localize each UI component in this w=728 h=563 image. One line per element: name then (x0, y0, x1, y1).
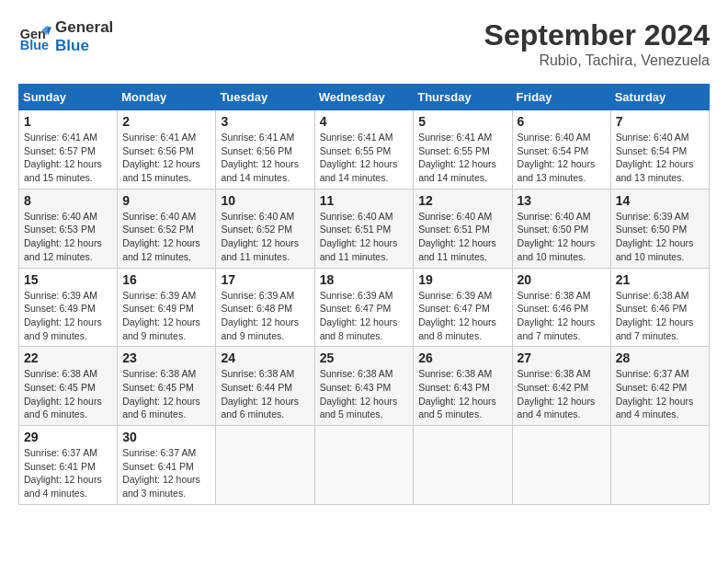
day-number: 16 (122, 272, 210, 287)
calendar-cell: 2Sunrise: 6:41 AMSunset: 6:56 PMDaylight… (118, 110, 216, 190)
calendar-cell: 3Sunrise: 6:41 AMSunset: 6:56 PMDaylight… (216, 110, 314, 190)
day-info: Sunrise: 6:40 AMSunset: 6:50 PMDaylight:… (518, 210, 606, 264)
calendar-body: 1Sunrise: 6:41 AMSunset: 6:57 PMDaylight… (19, 110, 710, 505)
day-number: 11 (320, 193, 409, 208)
day-info: Sunrise: 6:39 AMSunset: 6:47 PMDaylight:… (418, 289, 506, 343)
day-number: 6 (518, 114, 606, 129)
day-info: Sunrise: 6:41 AMSunset: 6:57 PMDaylight:… (24, 131, 112, 185)
svg-text:Blue: Blue (20, 38, 49, 52)
day-number: 27 (518, 350, 606, 365)
day-number: 20 (518, 272, 606, 287)
day-info: Sunrise: 6:37 AMSunset: 6:41 PMDaylight:… (122, 446, 210, 500)
calendar-cell: 11Sunrise: 6:40 AMSunset: 6:51 PMDayligh… (314, 189, 414, 268)
calendar-cell: 14Sunrise: 6:39 AMSunset: 6:50 PMDayligh… (610, 189, 709, 268)
calendar-cell (314, 426, 414, 505)
logo-text-line2: Blue (55, 37, 113, 55)
calendar-header-cell: Friday (512, 85, 610, 110)
calendar-week-row: 29Sunrise: 6:37 AMSunset: 6:41 PMDayligh… (19, 426, 710, 505)
calendar-table: SundayMondayTuesdayWednesdayThursdayFrid… (18, 84, 710, 505)
calendar-cell: 19Sunrise: 6:39 AMSunset: 6:47 PMDayligh… (414, 268, 512, 347)
day-number: 15 (24, 272, 112, 287)
calendar-cell: 21Sunrise: 6:38 AMSunset: 6:46 PMDayligh… (610, 268, 709, 347)
day-info: Sunrise: 6:40 AMSunset: 6:53 PMDaylight:… (24, 210, 112, 264)
calendar-week-row: 15Sunrise: 6:39 AMSunset: 6:49 PMDayligh… (19, 268, 710, 347)
day-info: Sunrise: 6:38 AMSunset: 6:43 PMDaylight:… (320, 367, 409, 421)
day-number: 14 (616, 193, 704, 208)
calendar-header-cell: Tuesday (216, 85, 314, 110)
calendar-cell: 4Sunrise: 6:41 AMSunset: 6:55 PMDaylight… (314, 110, 414, 190)
day-info: Sunrise: 6:39 AMSunset: 6:49 PMDaylight:… (122, 289, 210, 343)
calendar-cell: 18Sunrise: 6:39 AMSunset: 6:47 PMDayligh… (314, 268, 414, 347)
day-number: 28 (616, 350, 704, 365)
day-number: 30 (122, 430, 210, 444)
day-info: Sunrise: 6:40 AMSunset: 6:54 PMDaylight:… (518, 131, 606, 185)
calendar-cell (414, 426, 512, 505)
day-info: Sunrise: 6:40 AMSunset: 6:51 PMDaylight:… (320, 210, 409, 264)
day-number: 25 (320, 350, 409, 365)
calendar-cell: 10Sunrise: 6:40 AMSunset: 6:52 PMDayligh… (216, 189, 314, 268)
calendar-week-row: 22Sunrise: 6:38 AMSunset: 6:45 PMDayligh… (19, 347, 710, 426)
day-number: 23 (122, 350, 210, 365)
logo: Gen Blue General Blue (18, 18, 113, 54)
calendar-header-row: SundayMondayTuesdayWednesdayThursdayFrid… (19, 85, 710, 110)
day-number: 18 (320, 272, 409, 287)
day-info: Sunrise: 6:40 AMSunset: 6:52 PMDaylight:… (122, 210, 210, 264)
calendar-cell: 6Sunrise: 6:40 AMSunset: 6:54 PMDaylight… (512, 110, 610, 190)
calendar-cell: 7Sunrise: 6:40 AMSunset: 6:54 PMDaylight… (610, 110, 709, 190)
calendar-week-row: 1Sunrise: 6:41 AMSunset: 6:57 PMDaylight… (19, 110, 710, 190)
day-number: 3 (221, 114, 309, 129)
calendar-header-cell: Thursday (414, 85, 512, 110)
calendar-cell (512, 426, 610, 505)
day-info: Sunrise: 6:37 AMSunset: 6:42 PMDaylight:… (616, 367, 704, 421)
day-info: Sunrise: 6:41 AMSunset: 6:55 PMDaylight:… (418, 131, 506, 185)
calendar-week-row: 8Sunrise: 6:40 AMSunset: 6:53 PMDaylight… (19, 189, 710, 268)
calendar-cell: 8Sunrise: 6:40 AMSunset: 6:53 PMDaylight… (19, 189, 118, 268)
day-number: 8 (24, 193, 112, 208)
day-info: Sunrise: 6:39 AMSunset: 6:47 PMDaylight:… (320, 289, 409, 343)
day-number: 21 (616, 272, 704, 287)
day-info: Sunrise: 6:39 AMSunset: 6:50 PMDaylight:… (616, 210, 704, 264)
day-number: 24 (221, 350, 309, 365)
calendar-header-cell: Wednesday (314, 85, 414, 110)
day-info: Sunrise: 6:38 AMSunset: 6:43 PMDaylight:… (418, 367, 506, 421)
calendar-cell: 20Sunrise: 6:38 AMSunset: 6:46 PMDayligh… (512, 268, 610, 347)
day-number: 12 (418, 193, 506, 208)
day-info: Sunrise: 6:38 AMSunset: 6:46 PMDaylight:… (616, 289, 704, 343)
calendar-cell (610, 426, 709, 505)
day-info: Sunrise: 6:40 AMSunset: 6:52 PMDaylight:… (221, 210, 309, 264)
calendar-cell: 30Sunrise: 6:37 AMSunset: 6:41 PMDayligh… (118, 426, 216, 505)
day-info: Sunrise: 6:41 AMSunset: 6:56 PMDaylight:… (221, 131, 309, 185)
calendar-cell: 22Sunrise: 6:38 AMSunset: 6:45 PMDayligh… (19, 347, 118, 426)
day-info: Sunrise: 6:39 AMSunset: 6:48 PMDaylight:… (221, 289, 309, 343)
day-info: Sunrise: 6:38 AMSunset: 6:45 PMDaylight:… (24, 367, 112, 421)
day-info: Sunrise: 6:40 AMSunset: 6:51 PMDaylight:… (418, 210, 506, 264)
day-info: Sunrise: 6:38 AMSunset: 6:45 PMDaylight:… (122, 367, 210, 421)
day-number: 2 (122, 114, 210, 129)
logo-icon: Gen Blue (18, 20, 51, 53)
page-header: Gen Blue General Blue September 2024 Rub… (18, 18, 710, 69)
day-info: Sunrise: 6:40 AMSunset: 6:54 PMDaylight:… (616, 131, 704, 185)
day-info: Sunrise: 6:41 AMSunset: 6:56 PMDaylight:… (122, 131, 210, 185)
calendar-cell: 13Sunrise: 6:40 AMSunset: 6:50 PMDayligh… (512, 189, 610, 268)
day-info: Sunrise: 6:38 AMSunset: 6:46 PMDaylight:… (518, 289, 606, 343)
calendar-header: SundayMondayTuesdayWednesdayThursdayFrid… (19, 85, 710, 110)
calendar-cell: 23Sunrise: 6:38 AMSunset: 6:45 PMDayligh… (118, 347, 216, 426)
calendar-cell: 9Sunrise: 6:40 AMSunset: 6:52 PMDaylight… (118, 189, 216, 268)
calendar-header-cell: Saturday (610, 85, 709, 110)
day-number: 10 (221, 193, 309, 208)
day-info: Sunrise: 6:39 AMSunset: 6:49 PMDaylight:… (24, 289, 112, 343)
day-info: Sunrise: 6:41 AMSunset: 6:55 PMDaylight:… (320, 131, 409, 185)
day-number: 19 (418, 272, 506, 287)
calendar-cell: 26Sunrise: 6:38 AMSunset: 6:43 PMDayligh… (414, 347, 512, 426)
day-number: 22 (24, 350, 112, 365)
calendar-cell: 12Sunrise: 6:40 AMSunset: 6:51 PMDayligh… (414, 189, 512, 268)
logo-text-line1: General (55, 18, 113, 37)
day-number: 13 (518, 193, 606, 208)
day-number: 17 (221, 272, 309, 287)
day-number: 26 (418, 350, 506, 365)
calendar-cell: 5Sunrise: 6:41 AMSunset: 6:55 PMDaylight… (414, 110, 512, 190)
calendar-cell: 15Sunrise: 6:39 AMSunset: 6:49 PMDayligh… (19, 268, 118, 347)
day-number: 4 (320, 114, 409, 129)
day-number: 5 (418, 114, 506, 129)
day-info: Sunrise: 6:37 AMSunset: 6:41 PMDaylight:… (24, 446, 112, 500)
